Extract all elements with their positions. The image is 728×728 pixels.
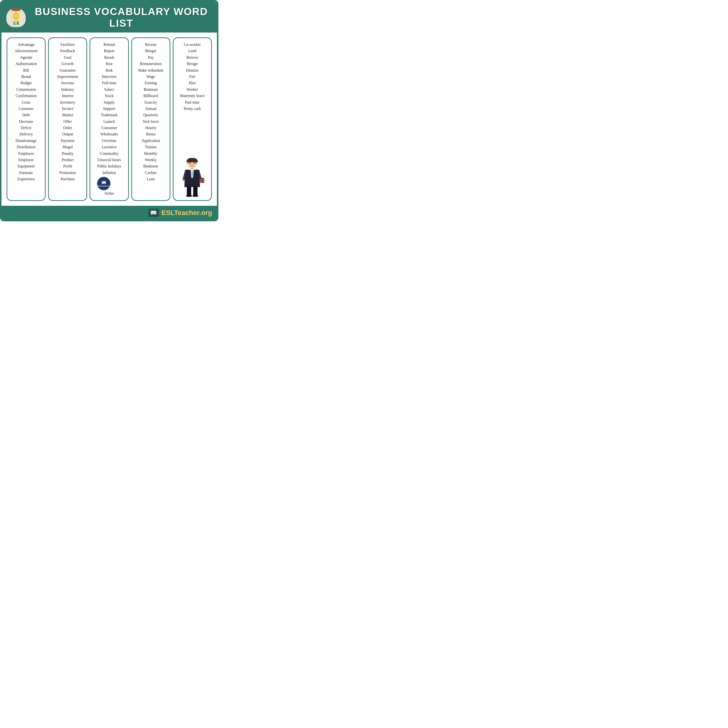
column-1: Advantage Advertisement Agenda Authoriza…: [6, 37, 46, 201]
word-Worker: Worker: [180, 86, 205, 93]
word-Mogul: Mogul: [57, 144, 78, 150]
word-Customer: Customer: [15, 106, 38, 112]
word-Product: Product: [57, 157, 78, 163]
word-Payment: Payment: [57, 138, 78, 144]
word-Pay: Pay: [138, 54, 163, 61]
word-Fire: Fire: [180, 73, 205, 80]
word-Borrow: Borrow: [180, 54, 205, 61]
column-2: Facilities Feedback Goal Growth Guarante…: [48, 37, 87, 201]
word-Refund: Refund: [97, 41, 121, 48]
word-Experience: Experience: [15, 176, 38, 182]
person-svg: [180, 158, 204, 197]
word-Decrease: Decrease: [15, 118, 38, 125]
content-area: Advantage Advertisement Agenda Authoriza…: [2, 32, 217, 206]
word-Output: Output: [57, 131, 78, 138]
word-Maternity-leave: Maternity leave: [180, 93, 205, 99]
word-Delivery: Delivery: [15, 131, 38, 138]
word-Strike: Strike: [97, 190, 121, 197]
word-Wholesaler: Wholesaler: [97, 131, 121, 138]
word-Wage: Wage: [138, 73, 163, 80]
word-Industry: Industry: [57, 86, 78, 93]
word-Debt: Debt: [15, 112, 38, 118]
word-Hire: Hire: [180, 80, 205, 86]
word-Trainee: Trainee: [138, 144, 163, 150]
word-Interview: Interview: [97, 73, 121, 80]
footer-teacher: Teacher.org: [174, 209, 212, 216]
word-Advantage: Advantage: [15, 41, 38, 48]
word-Inventory: Inventory: [57, 99, 78, 106]
word-Estimate: Estimate: [15, 170, 38, 176]
word-Banknote: Banknote: [138, 163, 163, 170]
word-Promotion: Promotion: [57, 170, 78, 176]
word-Result: Result: [97, 54, 121, 61]
header: 🪙 💵 BUSINESS VOCABULARY WORD LIST: [2, 2, 217, 32]
word-Scarcity: Scarcity: [138, 99, 163, 106]
word-Authorization: Authorization: [15, 61, 38, 67]
book-icon: 📖: [148, 209, 159, 217]
word-Disadvantage: Disadvantage: [15, 138, 38, 144]
word-Commodity: Commodity: [97, 150, 121, 157]
word-Loan: Loan: [138, 176, 163, 182]
col4-words: Recruit Merger Pay Remuneration Make red…: [138, 41, 163, 182]
word-Hourly: Hourly: [138, 125, 163, 131]
word-Advertisement: Advertisement: [15, 48, 38, 54]
word-Penalty: Penalty: [57, 150, 78, 157]
word-Pretty-cash: Pretty cash: [180, 106, 205, 112]
word-Guarantee: Guarantee: [57, 67, 78, 73]
word-Part-time: Part-time: [180, 99, 205, 106]
word-Make-redundant: Make redundant: [138, 67, 163, 73]
word-Deficit: Deficit: [15, 125, 38, 131]
word-Cashier: Cashier: [138, 170, 163, 176]
col3-words: Refund Report Result Rise Risk Interview…: [97, 41, 121, 197]
word-Trademark: Trademark: [97, 112, 121, 118]
word-Order: Order: [57, 125, 78, 131]
word-Distribution: Distribution: [15, 144, 38, 150]
word-Bill: Bill: [15, 67, 38, 73]
col1-words: Advantage Advertisement Agenda Authoriza…: [15, 41, 38, 182]
esl-badge: 📖 ESLTeacher.org: [97, 177, 110, 190]
word-Equipment: Equipment: [15, 163, 38, 170]
word-Sick-leave: Sick leave: [138, 118, 163, 125]
word-Feedback: Feedback: [57, 48, 78, 54]
svg-point-5: [193, 163, 194, 164]
svg-point-4: [190, 163, 191, 164]
word-Improvement: Improvement: [57, 73, 78, 80]
word-Report: Report: [97, 48, 121, 54]
col5-words: Co-worker Lend Borrow Resign Dismiss Fir…: [180, 41, 205, 112]
svg-rect-8: [191, 168, 194, 170]
footer-logo: 📖 ESLTeacher.org: [148, 209, 212, 217]
svg-rect-14: [187, 187, 191, 196]
footer: 📖 ESLTeacher.org: [2, 206, 217, 220]
word-Support: Support: [97, 106, 121, 112]
word-Remuneration: Remuneration: [138, 61, 163, 67]
business-person-illustration: [180, 158, 204, 197]
column-3: Refund Report Result Rise Risk Interview…: [90, 37, 128, 201]
column-4: Recruit Merger Pay Remuneration Make red…: [131, 37, 170, 201]
word-Full-time: Full-time: [97, 80, 121, 86]
word-Facilities: Facilities: [57, 41, 78, 48]
money-jar-icon: 🪙 💵: [6, 8, 26, 27]
word-Lucrative: Lucrative: [97, 144, 121, 150]
word-Inflation: Inflation: [97, 170, 121, 176]
word-Growth: Growth: [57, 61, 78, 67]
word-Agenda: Agenda: [15, 54, 38, 61]
word-Rise: Rise: [97, 61, 121, 67]
word-Consumer: Consumer: [97, 125, 121, 131]
word-Quarterly: Quarterly: [138, 112, 163, 118]
footer-esl: ESL: [161, 209, 174, 216]
word-Brand: Brand: [15, 73, 38, 80]
word-Overtime: Overtime: [97, 138, 121, 144]
word-Retire: Retire: [138, 131, 163, 138]
word-Recruit: Recruit: [138, 41, 163, 48]
word-Biannual: Biannual: [138, 86, 163, 93]
word-Stock: Stock: [97, 93, 121, 99]
word-Increase: Increase: [57, 80, 78, 86]
page-wrapper: 🪙 💵 BUSINESS VOCABULARY WORD LIST Advant…: [0, 0, 219, 221]
word-Market: Market: [57, 112, 78, 118]
page-title: BUSINESS VOCABULARY WORD LIST: [31, 6, 212, 29]
svg-point-6: [187, 162, 189, 165]
word-Costs: Costs: [15, 99, 38, 106]
word-Co-worker: Co-worker: [180, 41, 205, 48]
word-Weekly: Weekly: [138, 157, 163, 163]
word-Goal: Goal: [57, 54, 78, 61]
